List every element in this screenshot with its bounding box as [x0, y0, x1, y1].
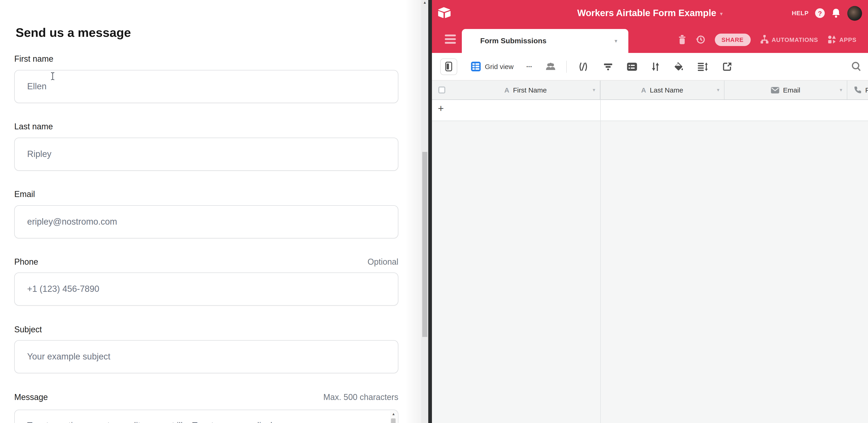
email-group: Email [14, 190, 398, 201]
phone-input[interactable] [14, 272, 398, 306]
view-options-ellipsis-icon[interactable]: ••• [526, 64, 532, 69]
grid-header-row: A First Name ▾ A Last Name ▾ Email ▾ [432, 81, 868, 100]
add-record-plus-icon[interactable]: + [438, 103, 444, 115]
airtable-tablebar: Form Submissions ▾ SHARE AUTOMATIONS [432, 26, 868, 53]
message-scrollbar[interactable]: ▲ [390, 411, 397, 423]
column-name: Last Name [650, 86, 683, 94]
email-input[interactable] [14, 205, 398, 238]
help-button[interactable]: HELP [792, 10, 809, 17]
add-record-row[interactable]: + [432, 100, 868, 121]
toolbar-divider [566, 61, 567, 72]
filter-icon[interactable] [603, 62, 613, 71]
grid-empty-area [432, 122, 868, 423]
table-tab-form-submissions[interactable]: Form Submissions ▾ [462, 29, 628, 53]
message-maxchars-hint: Max. 500 characters [323, 393, 398, 402]
column-header-last-name[interactable]: A Last Name ▾ [600, 81, 724, 99]
column-caret-icon[interactable]: ▾ [593, 87, 595, 93]
select-all-checkbox[interactable] [438, 87, 445, 93]
first-name-input[interactable] [14, 70, 398, 103]
email-label: Email [14, 190, 35, 199]
phone-optional-hint: Optional [368, 257, 398, 267]
sidebar-toggle-icon [445, 62, 452, 71]
search-icon[interactable] [851, 61, 862, 72]
subject-group: Subject [14, 325, 398, 336]
email-field-type-icon [771, 87, 779, 93]
collaborators-icon[interactable] [545, 62, 556, 71]
automations-button[interactable]: AUTOMATIONS [760, 34, 818, 44]
column-header-email[interactable]: Email ▾ [724, 81, 847, 99]
sort-icon[interactable] [651, 61, 660, 71]
message-label: Message [14, 393, 48, 402]
page-edge-shade [405, 0, 421, 423]
text-field-type-icon: A [641, 86, 646, 94]
last-name-label: Last name [14, 122, 53, 132]
trash-icon[interactable] [678, 34, 686, 44]
column-name: Phone [865, 86, 868, 94]
page-scroll-up-icon[interactable]: ▲ [421, 0, 428, 5]
phone-group: Phone Optional [14, 257, 398, 268]
view-toolbar: Grid view ••• [432, 53, 868, 81]
text-field-type-icon: A [504, 86, 509, 94]
column-caret-icon[interactable]: ▾ [717, 87, 719, 93]
subject-input[interactable] [14, 340, 398, 373]
table-tab-caret-icon[interactable]: ▾ [615, 38, 617, 44]
view-switcher[interactable]: Grid view [471, 62, 514, 71]
last-name-input[interactable] [14, 138, 398, 171]
subject-label: Subject [14, 325, 42, 335]
column-header-first-name[interactable]: A First Name ▾ [451, 81, 600, 99]
view-name: Grid view [485, 63, 514, 70]
menu-icon[interactable] [445, 34, 456, 44]
text-cursor-icon [50, 72, 55, 81]
first-name-label: First name [14, 54, 53, 64]
share-view-icon[interactable] [722, 61, 732, 71]
column-name: First Name [513, 86, 547, 94]
first-name-group: First name [14, 54, 398, 65]
window-divider [428, 0, 432, 423]
view-sidebar-toggle-button[interactable] [440, 58, 457, 75]
message-group: Message Max. 500 characters Tenetur opti… [14, 393, 398, 404]
share-button[interactable]: SHARE [715, 33, 750, 46]
airtable-pane: Workers Airtable Form Example ▾ HELP ? F… [432, 0, 868, 423]
apps-icon [827, 35, 836, 44]
apps-label: APPS [839, 36, 857, 43]
airtable-topbar: Workers Airtable Form Example ▾ HELP ? [432, 0, 868, 26]
history-icon[interactable] [695, 34, 705, 44]
message-scrollbar-thumb[interactable] [391, 418, 396, 423]
user-avatar[interactable] [847, 6, 862, 21]
bell-icon[interactable] [831, 8, 841, 19]
scroll-up-icon[interactable]: ▲ [390, 412, 397, 416]
form-title: Send us a message [16, 26, 131, 40]
column-header-phone[interactable]: Phone [847, 81, 868, 99]
page-scrollbar-thumb[interactable] [422, 152, 427, 337]
message-text: Tenetur optio quaerat expedita vero et i… [15, 410, 398, 423]
grid-view-icon [471, 62, 481, 71]
primary-column-divider [600, 81, 601, 423]
column-name: Email [783, 86, 800, 94]
apps-button[interactable]: APPS [827, 35, 857, 44]
column-caret-icon[interactable]: ▾ [840, 87, 842, 93]
phone-field-type-icon [854, 86, 862, 94]
tablebar-right-cluster: SHARE AUTOMATIONS APPS [678, 26, 857, 53]
base-title-caret-icon[interactable]: ▾ [720, 10, 723, 17]
page-scrollbar[interactable]: ▲ [421, 0, 428, 423]
automations-label: AUTOMATIONS [772, 36, 818, 43]
row-height-icon[interactable] [698, 62, 708, 71]
table-tab-label: Form Submissions [480, 37, 615, 45]
select-all-cell[interactable] [432, 81, 451, 99]
message-textarea[interactable]: Tenetur optio quaerat expedita vero et i… [14, 410, 398, 423]
hide-fields-icon[interactable] [578, 61, 589, 71]
contact-form-pane: Send us a message First name Last name E… [0, 0, 428, 423]
topbar-right-cluster: HELP ? [792, 0, 862, 26]
group-icon[interactable] [626, 62, 638, 71]
automations-icon [760, 34, 769, 44]
base-title[interactable]: Workers Airtable Form Example [577, 8, 716, 19]
help-circle-icon[interactable]: ? [815, 8, 825, 18]
last-name-group: Last name [14, 122, 398, 133]
screen: Send us a message First name Last name E… [0, 0, 868, 423]
phone-label: Phone [14, 257, 38, 267]
color-icon[interactable] [674, 61, 684, 71]
